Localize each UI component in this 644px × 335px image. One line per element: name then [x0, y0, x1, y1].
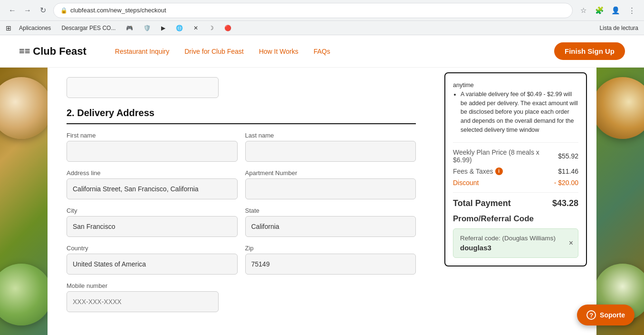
soporte-icon: ?: [586, 310, 596, 320]
delivery-fee-info: A variable delivery fee of $0.49 - $2.99…: [461, 90, 578, 135]
bookmark-icon-8[interactable]: ☽: [206, 24, 217, 32]
promo-code-value: douglas3: [460, 244, 571, 252]
forward-button[interactable]: →: [21, 4, 34, 17]
browser-chrome: ← → ↻ 🔒 clubfeast.com/new_steps/checkout…: [0, 0, 644, 21]
last-name-group: Last name: [245, 132, 416, 162]
nav-buttons: ← → ↻: [6, 4, 49, 17]
nav-how-it-works[interactable]: How It Works: [259, 48, 298, 55]
first-name-label: First name: [67, 132, 238, 139]
discount-label: Discount: [453, 179, 479, 187]
browser-actions: ☆ 🧩 👤 ⋮: [577, 4, 638, 17]
promo-close-button[interactable]: ×: [569, 239, 573, 247]
logo-text: Club Feast: [33, 45, 86, 58]
form-area: 2. Delivery Address First name Last name: [48, 68, 435, 335]
partial-input-row: [67, 77, 416, 98]
address-line-input[interactable]: [67, 178, 238, 199]
bookmark-icon-3[interactable]: 🎮: [123, 24, 136, 32]
food-image-right: [596, 68, 644, 335]
main-content: 2. Delivery Address First name Last name: [0, 68, 644, 335]
soporte-button[interactable]: ? Soporte: [577, 305, 634, 325]
partial-input-field: [67, 77, 219, 98]
mobile-section: Mobile number: [67, 282, 416, 312]
total-value: $43.28: [552, 198, 578, 208]
soporte-label: Soporte: [600, 311, 625, 319]
discount-row: Discount - $20.00: [453, 179, 578, 187]
country-zip-row: Country Zip: [67, 245, 416, 275]
reading-list-label: Lista de lectura: [600, 25, 638, 31]
address-bar[interactable]: 🔒 clubfeast.com/new_steps/checkout: [53, 3, 573, 18]
last-name-input[interactable]: [245, 141, 416, 162]
page-wrapper: ≡≡ Club Feast Restaurant Inquiry Drive f…: [0, 35, 644, 335]
city-state-row: City State: [67, 207, 416, 237]
city-label: City: [67, 207, 238, 214]
fees-info-icon[interactable]: i: [495, 168, 503, 175]
country-input[interactable]: [67, 254, 238, 275]
state-input[interactable]: [245, 216, 416, 237]
mobile-label: Mobile number: [67, 282, 416, 289]
bookmark-icon-6[interactable]: 🌐: [173, 24, 186, 32]
address-line-label: Address line: [67, 169, 238, 177]
fees-taxes-label: Fees & Taxes i: [453, 168, 503, 175]
order-summary-card: anytime A variable delivery fee of $0.49…: [444, 72, 587, 266]
promo-ref-text: Referral code: (Douglas Williams): [460, 235, 571, 242]
bookmark-icon-5[interactable]: ▶: [158, 24, 168, 32]
address-line-group: Address line: [67, 169, 238, 199]
weekly-price-label: Weekly Plan Price (8 meals x $6.99): [453, 148, 558, 164]
bookmark-icon-7[interactable]: ✕: [191, 24, 201, 32]
food-plate-left-bottom: [0, 264, 48, 325]
bookmark-aplicaciones[interactable]: Aplicaciones: [16, 24, 54, 32]
address-form: First name Last name Address line: [67, 132, 416, 275]
url-text: clubfeast.com/new_steps/checkout: [70, 7, 166, 14]
info-text: anytime A variable delivery fee of $0.49…: [453, 81, 578, 135]
nav-faqs[interactable]: FAQs: [314, 48, 330, 55]
fees-taxes-value: $11.46: [558, 168, 578, 175]
discount-value: - $20.00: [554, 179, 578, 187]
zip-group: Zip: [245, 245, 416, 275]
promo-code-box: Referral code: (Douglas Williams) dougla…: [453, 228, 578, 258]
total-label: Total Payment: [453, 198, 511, 208]
city-input[interactable]: [67, 216, 238, 237]
extensions-button[interactable]: 🧩: [593, 4, 606, 17]
food-plate-left-top: [0, 77, 48, 139]
country-group: Country: [67, 245, 238, 275]
food-image-left: [0, 68, 48, 335]
refresh-button[interactable]: ↻: [36, 4, 49, 17]
lock-icon: 🔒: [60, 7, 67, 14]
zip-input[interactable]: [245, 254, 416, 275]
nav-drive[interactable]: Drive for Club Feast: [184, 48, 243, 55]
weekly-price-value: $55.92: [558, 152, 578, 160]
reading-list[interactable]: Lista de lectura: [600, 25, 638, 31]
logo[interactable]: ≡≡ Club Feast: [19, 45, 87, 58]
site-nav: Restaurant Inquiry Drive for Club Feast …: [115, 48, 330, 55]
nav-restaurant-inquiry[interactable]: Restaurant Inquiry: [115, 48, 169, 55]
star-button[interactable]: ☆: [577, 4, 590, 17]
logo-icon: ≡≡: [19, 46, 30, 57]
address-row: Address line Apartment Number: [67, 169, 416, 199]
apartment-input[interactable]: [245, 178, 416, 199]
price-divider: [453, 142, 578, 143]
apartment-label: Apartment Number: [245, 169, 416, 177]
total-payment-row: Total Payment $43.28: [453, 198, 578, 208]
zip-label: Zip: [245, 245, 416, 252]
bookmark-icon-9[interactable]: 🔴: [221, 24, 234, 32]
first-name-group: First name: [67, 132, 238, 162]
finish-signup-button[interactable]: Finish Sign Up: [554, 42, 625, 60]
first-name-input[interactable]: [67, 141, 238, 162]
bookmarks-bar: ⊞ Aplicaciones Descargar PES CO... 🎮 🛡️ …: [0, 21, 644, 35]
city-group: City: [67, 207, 238, 237]
state-label: State: [245, 207, 416, 214]
bookmark-pes-label: Descargar PES CO...: [61, 25, 115, 31]
bookmark-pes[interactable]: Descargar PES CO...: [58, 24, 118, 32]
bookmark-icon-4[interactable]: 🛡️: [141, 24, 154, 32]
mobile-input[interactable]: [67, 291, 219, 312]
apartment-group: Apartment Number: [245, 169, 416, 199]
back-button[interactable]: ←: [6, 4, 19, 17]
apps-grid-icon[interactable]: ⊞: [6, 24, 11, 32]
site-header: ≡≡ Club Feast Restaurant Inquiry Drive f…: [0, 35, 644, 68]
fees-taxes-row: Fees & Taxes i $11.46: [453, 168, 578, 175]
profile-button[interactable]: 👤: [609, 4, 622, 17]
state-group: State: [245, 207, 416, 237]
name-row: First name Last name: [67, 132, 416, 162]
country-label: Country: [67, 245, 238, 252]
menu-button[interactable]: ⋮: [625, 4, 638, 17]
